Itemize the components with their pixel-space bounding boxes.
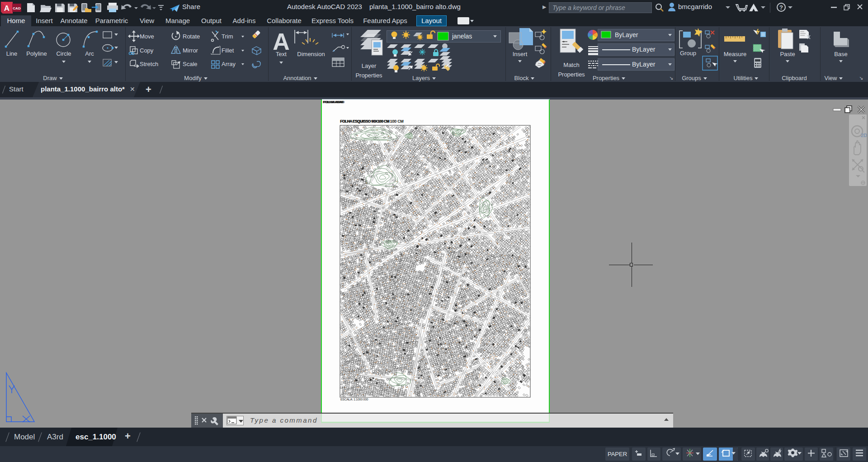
svg-text:CAD: CAD (13, 6, 21, 10)
svg-text:2D: 2D (861, 133, 867, 138)
svg-text:A: A (4, 4, 9, 13)
svg-text:?: ? (779, 4, 783, 11)
